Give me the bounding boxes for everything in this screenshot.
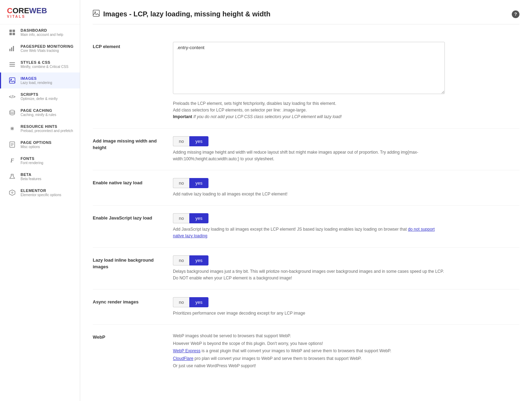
async-render-row: Async render images no yes Prioritizes p… [93, 290, 519, 325]
page-title-icon [93, 10, 100, 18]
fonts-icon: F [7, 157, 17, 164]
enable-js-lazy-yes[interactable]: yes [189, 213, 208, 223]
lazy-load-inline-bg-yes[interactable]: yes [189, 255, 208, 265]
svg-point-11 [10, 79, 12, 80]
webp-express-link[interactable]: WebP Express [173, 348, 200, 353]
styles-icon [7, 61, 17, 68]
sidebar-item-beta[interactable]: BETA Beta features [0, 169, 80, 185]
resource-hints-icon [7, 125, 17, 132]
sidebar-item-elementor[interactable]: ELEMENTOR Elementor specific options [0, 185, 80, 201]
svg-rect-2 [9, 33, 12, 35]
sidebar-sublabel-beta: Beta features [21, 177, 41, 181]
sidebar-item-dashboard[interactable]: DASHBOARD Main info, account and help [0, 24, 80, 40]
sidebar-sublabel-page-options: Misc options [21, 145, 52, 149]
sidebar-sublabel-scripts: Optimize, defer & minfiy [21, 97, 58, 101]
async-render-description: Prioritizes performance over image decod… [173, 310, 445, 317]
async-render-yes[interactable]: yes [189, 297, 208, 307]
lazy-load-inline-bg-description: Delays background images just a tiny bit… [173, 268, 445, 282]
lcp-element-description: Preloads the LCP element, sets hight fet… [173, 100, 445, 121]
sidebar-label-dashboard: DASHBOARD [21, 28, 63, 32]
scripts-icon: </> [7, 94, 17, 99]
sidebar-item-page-options[interactable]: PAGE OPTIONS Misc options [0, 137, 80, 153]
sidebar-label-elementor: ELEMENTOR [21, 188, 61, 193]
sidebar-sublabel-styles: Minifiy, combine & Critical CSS [21, 65, 68, 69]
sidebar-label-beta: BETA [21, 172, 41, 177]
page-options-icon [7, 141, 17, 148]
cloudflare-link[interactable]: CloudFlare [173, 356, 193, 361]
enable-js-lazy-no[interactable]: no [173, 213, 189, 223]
lcp-element-row: LCP element .entry-content Preloads the … [93, 34, 519, 129]
beta-icon [7, 173, 17, 180]
enable-native-lazy-label: Enable native lazy load [93, 180, 142, 185]
svg-rect-3 [13, 33, 15, 35]
enable-native-lazy-no[interactable]: no [173, 178, 189, 188]
sidebar-label-resource-hints: RESOURCE HINTS [21, 124, 73, 129]
add-image-dimensions-toggle: no yes [173, 136, 519, 146]
add-image-dimensions-yes[interactable]: yes [189, 136, 208, 146]
webp-row: WebP WebP images should be served to bro… [93, 325, 519, 378]
sidebar-label-page-caching: PAGE CACHING [21, 108, 56, 113]
svg-rect-10 [9, 78, 15, 83]
svg-rect-8 [9, 64, 15, 65]
sidebar-label-fonts: FONTS [21, 156, 43, 161]
enable-js-lazy-row: Enable JavaScript lazy load no yes Add J… [93, 206, 519, 247]
svg-rect-1 [13, 30, 15, 32]
svg-rect-9 [9, 66, 15, 67]
svg-rect-0 [9, 30, 12, 32]
sidebar-item-pagespeed[interactable]: PAGESPEED MONITORING Core Web Vtials tra… [0, 40, 80, 56]
add-image-dimensions-label: Add image missing width and height [93, 138, 157, 150]
sidebar-item-resource-hints[interactable]: RESOURCE HINTS Preload, preconntect and … [0, 121, 80, 137]
images-icon [7, 77, 17, 84]
sidebar-item-fonts[interactable]: F FONTS Font rendering [0, 153, 80, 169]
logo-area: C ORE WEB VITALS [0, 0, 80, 24]
enable-js-lazy-toggle: no yes [173, 213, 519, 223]
sidebar-sublabel-page-caching: Caching, minify & rules [21, 113, 56, 117]
svg-point-23 [94, 11, 96, 13]
lcp-important-label: Important [173, 114, 192, 119]
svg-rect-4 [9, 49, 10, 51]
enable-native-lazy-toggle: no yes [173, 178, 519, 188]
sidebar-sublabel-fonts: Font rendering [21, 161, 43, 165]
add-image-dimensions-row: Add image missing width and height no ye… [93, 129, 519, 170]
add-image-dimensions-description: Adding missing image height and width wi… [173, 149, 445, 162]
enable-js-lazy-description: Add JavaScript lazy loading to all image… [173, 226, 445, 239]
sidebar-item-images[interactable]: IMAGES Lazy load, rendering [0, 72, 80, 88]
pagespeed-icon [7, 45, 17, 52]
sidebar-label-styles: STYLES & CSS [21, 60, 68, 64]
page-header: Images - LCP, lazy loading, missing heig… [93, 10, 519, 24]
add-image-dimensions-no[interactable]: no [173, 136, 189, 146]
async-render-no[interactable]: no [173, 297, 189, 307]
sidebar-label-pagespeed: PAGESPEED MONITORING [21, 44, 74, 48]
sidebar-label-page-options: PAGE OPTIONS [21, 140, 52, 145]
sidebar-item-styles[interactable]: STYLES & CSS Minifiy, combine & Critical… [0, 56, 80, 72]
sidebar-sublabel-resource-hints: Preload, preconntect and prefetch [21, 129, 73, 133]
lazy-load-inline-bg-no[interactable]: no [173, 255, 189, 265]
svg-rect-6 [13, 46, 14, 51]
enable-native-lazy-yes[interactable]: yes [189, 178, 208, 188]
async-render-toggle: no yes [173, 297, 519, 307]
page-title: Images - LCP, lazy loading, missing heig… [103, 10, 271, 18]
help-button[interactable]: ? [512, 10, 519, 18]
sidebar-item-page-caching[interactable]: PAGE CACHING Caching, minify & rules [0, 105, 80, 121]
lazy-load-inline-bg-label: Lazy load inline background images [93, 257, 154, 269]
lazy-load-inline-bg-toggle: no yes [173, 255, 519, 265]
dashboard-icon [7, 29, 17, 36]
sidebar-sublabel-elementor: Elementor specific options [21, 193, 61, 197]
lcp-element-textarea[interactable]: .entry-content [173, 42, 445, 94]
sidebar-sublabel-dashboard: Main info, account and help [21, 33, 63, 37]
webp-content: WebP images should be served to browsers… [173, 332, 445, 370]
enable-native-lazy-row: Enable native lazy load no yes Add nativ… [93, 170, 519, 206]
webp-label: WebP [93, 334, 105, 340]
lcp-element-label: LCP element [93, 44, 120, 49]
svg-rect-22 [93, 10, 99, 16]
sidebar-item-scripts[interactable]: </> SCRIPTS Optimize, defer & minfiy [0, 88, 80, 105]
svg-rect-7 [9, 62, 15, 63]
async-render-label: Async render images [93, 299, 139, 304]
sidebar-label-images: IMAGES [21, 76, 52, 80]
page-title-area: Images - LCP, lazy loading, missing heig… [93, 10, 271, 18]
lazy-load-inline-bg-row: Lazy load inline background images no ye… [93, 248, 519, 290]
page-caching-icon [7, 109, 17, 116]
sidebar-sublabel-images: Lazy load, rendering [21, 81, 52, 85]
enable-native-lazy-description: Add native lazy loading to all images ex… [173, 191, 445, 198]
svg-point-12 [10, 110, 15, 112]
